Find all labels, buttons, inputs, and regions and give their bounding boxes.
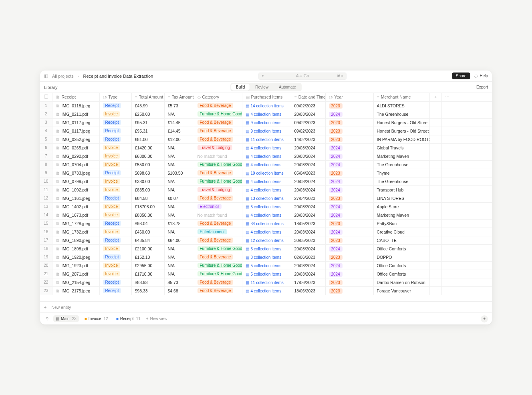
items-link[interactable]: ▤13 collection items [246, 196, 284, 201]
cell-items[interactable]: ▤11 collection items [242, 278, 291, 286]
tab-automate[interactable]: Automate [274, 84, 301, 91]
cell-file[interactable]: 🗎IMG_1402.pdf [52, 202, 99, 211]
cell-tax[interactable]: N/A [164, 160, 194, 169]
cell-total[interactable]: £6300.00 [131, 152, 164, 160]
cell-category[interactable]: Electronics [194, 202, 242, 211]
cell-date[interactable]: 20/03/2024 [291, 202, 325, 211]
cell-tax[interactable]: $4.68 [164, 286, 194, 295]
table-row[interactable]: 4🗎IMG_0117.jpegReceipt£95.31£14.45Food &… [40, 127, 492, 135]
cell-total[interactable]: £84.58 [131, 194, 164, 202]
table-row[interactable]: 23🗎IMG_2175.jpegReceipt$98.33$4.68Food &… [40, 286, 492, 295]
cell-type[interactable]: Receipt [99, 118, 131, 127]
cell-type[interactable]: Invoice [99, 152, 131, 160]
cell-merchant[interactable]: Transport Hub [373, 185, 429, 194]
row-number[interactable]: 11 [40, 185, 52, 194]
cell-type[interactable]: Receipt [99, 278, 131, 286]
cell-type[interactable]: Receipt [99, 127, 131, 135]
items-link[interactable]: ▤34 collection items [246, 222, 284, 226]
breadcrumb-all-projects[interactable]: All projects [52, 74, 74, 79]
cell-year[interactable]: 2024 [325, 261, 373, 270]
row-number[interactable]: 2 [40, 110, 52, 118]
cell-merchant[interactable]: CABOTTE [373, 236, 429, 244]
cell-date[interactable]: 20/03/2024 [291, 261, 325, 270]
cell-merchant[interactable]: Danbo Ramen on Robson [373, 278, 429, 286]
cell-year[interactable]: 2023 [325, 286, 373, 295]
cell-type[interactable]: Receipt [99, 236, 131, 244]
row-number[interactable]: 13 [40, 202, 52, 211]
cell-category[interactable]: No match found [194, 152, 242, 160]
row-number[interactable]: 4 [40, 127, 52, 135]
cell-category[interactable]: Travel & Lodging [194, 185, 242, 194]
cell-date[interactable]: 30/05/2023 [291, 236, 325, 244]
table-row[interactable]: 15🗎IMG_1728.jpegReceipt$93.04£13.78Food … [40, 219, 492, 228]
cell-tax[interactable]: N/A [164, 177, 194, 185]
cell-items[interactable]: ▤14 collection items [242, 101, 291, 110]
table-row[interactable]: 21🗎IMG_2071.pdfInvoice£1710.00N/AFurnitu… [40, 270, 492, 278]
cell-items[interactable]: ▤4 collection items [242, 177, 291, 185]
cell-tax[interactable]: N/A [164, 185, 194, 194]
cell-items[interactable]: ▤4 collection items [242, 152, 291, 160]
cell-category[interactable]: Furniture & Home Goods [194, 244, 242, 253]
cell-tax[interactable]: £0.07 [164, 194, 194, 202]
cell-items[interactable]: ▤5 collection items [242, 270, 291, 278]
cell-merchant[interactable]: LINA STORES [373, 194, 429, 202]
cell-file[interactable]: 🗎IMG_1920.jpeg [52, 253, 99, 261]
cell-items[interactable]: ▤19 collection items [242, 169, 291, 177]
table-row[interactable]: 10🗎IMG_0799.pdfInvoice£380.00N/AFurnitur… [40, 177, 492, 185]
cell-items[interactable]: ▤4 collection items [242, 143, 291, 152]
header-receipt[interactable]: 🗎Receipt [52, 93, 99, 101]
cell-total[interactable]: £835.00 [131, 185, 164, 194]
cell-tax[interactable]: N/A [164, 152, 194, 160]
items-link[interactable]: ▤4 collection items [246, 230, 282, 234]
cell-total[interactable]: £250.00 [131, 110, 164, 118]
cell-type[interactable]: Receipt [99, 101, 131, 110]
cell-file[interactable]: 🗎IMG_2175.jpeg [52, 286, 99, 295]
header-items[interactable]: ▤Purchased Items [242, 93, 291, 101]
cell-tax[interactable]: N/A [164, 261, 194, 270]
cell-merchant[interactable]: The Greenhouse [373, 177, 429, 185]
cell-tax[interactable]: N/A [164, 202, 194, 211]
cell-date[interactable]: 20/03/2024 [291, 270, 325, 278]
add-column-button[interactable]: + [429, 93, 441, 101]
cell-total[interactable]: $698.63 [131, 169, 164, 177]
items-link[interactable]: ▤5 collection items [246, 272, 282, 276]
cell-category[interactable]: Food & Beverage [194, 118, 242, 127]
row-number[interactable]: 1 [40, 101, 52, 110]
cell-type[interactable]: Receipt [99, 286, 131, 295]
new-entity-button[interactable]: + New entity [40, 301, 492, 312]
cell-date[interactable]: 20/03/2024 [291, 160, 325, 169]
cell-merchant[interactable]: The Greenhouse [373, 160, 429, 169]
cell-type[interactable]: Invoice [99, 211, 131, 219]
table-row[interactable]: 1🗎IMG_0118.jpegReceipt£45.99£5.73Food & … [40, 101, 492, 110]
cell-total[interactable]: $98.33 [131, 286, 164, 295]
cell-merchant[interactable]: Honest Burgers - Old Street [373, 118, 429, 127]
more-columns-button[interactable]: ⋯ [441, 93, 492, 101]
cell-category[interactable]: Entertainment [194, 228, 242, 236]
cell-year[interactable]: 2023 [325, 278, 373, 286]
cell-type[interactable]: Invoice [99, 261, 131, 270]
cell-file[interactable]: 🗎IMG_0292.pdf [52, 152, 99, 160]
cell-merchant[interactable]: The Greenhouse [373, 110, 429, 118]
cell-date[interactable]: 05/04/2023 [291, 169, 325, 177]
cell-year[interactable]: 2023 [325, 101, 373, 110]
cell-total[interactable]: £380.00 [131, 177, 164, 185]
cell-tax[interactable]: $103.50 [164, 169, 194, 177]
cell-items[interactable]: ▤9 collection items [242, 118, 291, 127]
header-year[interactable]: ◔Year [325, 93, 373, 101]
cell-merchant[interactable]: Global Travels [373, 143, 429, 152]
cell-date[interactable]: 18/05/2023 [291, 219, 325, 228]
row-number[interactable]: 18 [40, 244, 52, 253]
table-row[interactable]: 14🗎IMG_1673.pdfInvoice£8350.00N/ANo matc… [40, 211, 492, 219]
cell-year[interactable]: 2023 [325, 135, 373, 143]
cell-merchant[interactable]: Thyme [373, 169, 429, 177]
items-link[interactable]: ▤4 collection items [246, 289, 282, 293]
cell-items[interactable]: ▤34 collection items [242, 219, 291, 228]
table-row[interactable]: 20🗎IMG_1923.pdfInvoice£2955.00N/AFurnitu… [40, 261, 492, 270]
cell-items[interactable]: ▤11 collection items [242, 135, 291, 143]
cell-items[interactable]: ▤4 collection items [242, 228, 291, 236]
cell-type[interactable]: Invoice [99, 143, 131, 152]
cell-file[interactable]: 🗎IMG_1728.jpeg [52, 219, 99, 228]
sidebar-toggle-icon[interactable]: ◧ [44, 73, 48, 79]
cell-items[interactable]: ▤12 collection items [242, 236, 291, 244]
cell-type[interactable]: Receipt [99, 135, 131, 143]
